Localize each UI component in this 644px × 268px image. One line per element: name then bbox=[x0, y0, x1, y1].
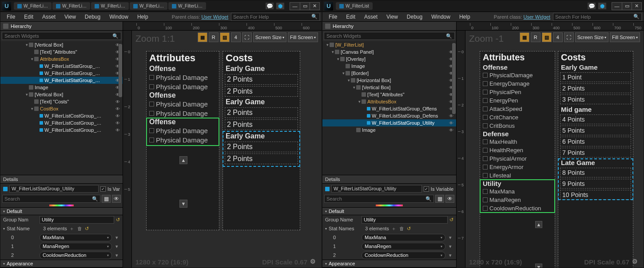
preview-cost-item[interactable]: 8 Points bbox=[560, 168, 631, 177]
category-appearance[interactable]: ▾Appearance bbox=[0, 260, 123, 268]
menu-window[interactable]: Window bbox=[105, 13, 133, 21]
tree-row[interactable]: Image👁 bbox=[322, 126, 456, 134]
gear-icon[interactable]: ⚙ bbox=[632, 258, 640, 266]
preview-item[interactable]: ManaRegen bbox=[480, 196, 555, 204]
color-slider[interactable] bbox=[376, 205, 402, 206]
preview-item[interactable]: MaxHealth bbox=[480, 138, 555, 146]
menu-file[interactable]: File bbox=[2, 13, 20, 21]
stat-enum-dropdown[interactable]: CooldownReduction▾ bbox=[40, 252, 112, 259]
grid-toggle-button[interactable]: ▦ bbox=[520, 32, 529, 42]
is-variable-checkbox[interactable]: ✓ bbox=[100, 186, 106, 192]
preview-item[interactable]: MaxMana bbox=[480, 187, 555, 196]
tree-row[interactable]: W_FilterListStatGroup_…👁 bbox=[0, 70, 123, 77]
chevron-down-icon[interactable]: ▾ bbox=[114, 252, 120, 258]
preview-item[interactable]: Lifesteal bbox=[480, 171, 555, 180]
locate-button[interactable]: ⛶ bbox=[242, 32, 252, 42]
chevron-down-icon[interactable]: ▾ bbox=[447, 244, 453, 249]
visibility-icon[interactable]: 👁 bbox=[115, 106, 121, 111]
preview-item[interactable]: HealthRegen bbox=[480, 146, 555, 154]
menu-edit[interactable]: Edit bbox=[20, 13, 38, 21]
visibility-icon[interactable]: 👁 bbox=[115, 128, 121, 133]
tree-row[interactable]: W_FilterListCostGroup_…👁 bbox=[0, 112, 123, 119]
reset-icon[interactable]: ↺ bbox=[85, 226, 89, 232]
menu-file[interactable]: File bbox=[324, 13, 342, 21]
tree-row[interactable]: W_FilterListStatGroup_Offens👁 bbox=[322, 105, 456, 112]
tree-row[interactable]: ▾AttributesBox👁 bbox=[322, 98, 456, 105]
preview-cost-item[interactable]: 7 Points bbox=[560, 148, 631, 158]
reset-icon[interactable]: ↺ bbox=[449, 217, 453, 223]
color-slider[interactable] bbox=[49, 205, 74, 206]
snap-value-button[interactable]: 4 bbox=[553, 32, 563, 42]
editor-tab[interactable]: W_FilterLi… bbox=[130, 2, 167, 10]
preview-item[interactable]: AttackSpeed bbox=[480, 105, 555, 113]
zebra-toggle-button[interactable]: ▨ bbox=[220, 32, 230, 42]
add-element-icon[interactable]: ＋ bbox=[69, 225, 75, 232]
widget-name-input[interactable]: W_FilterListStatGroup_Utility bbox=[331, 185, 422, 193]
scroll-up-button[interactable]: ▲ bbox=[179, 156, 187, 164]
hierarchy-tree[interactable]: ▾[Vertical Box]👁[Text] "Attributes"👁▾Att… bbox=[0, 41, 123, 175]
hierarchy-search-input[interactable]: Search Widgets🔍 bbox=[324, 32, 455, 40]
chevron-down-icon[interactable]: ▾ bbox=[114, 244, 120, 249]
source-control-icon[interactable]: ⬢ bbox=[276, 3, 284, 9]
category-default[interactable]: ▾Default bbox=[0, 207, 123, 215]
tree-row[interactable]: [Text] "Attributes"👁 bbox=[322, 91, 456, 98]
minimize-button[interactable]: — bbox=[290, 3, 300, 10]
menu-edit[interactable]: Edit bbox=[342, 13, 360, 21]
menu-view[interactable]: View bbox=[382, 13, 402, 21]
tree-row[interactable]: ▾[Vertical Box]👁 bbox=[0, 41, 123, 48]
chevron-down-icon[interactable]: ▾ bbox=[114, 235, 120, 240]
trash-icon[interactable]: 🗑 bbox=[399, 226, 405, 231]
selected-late-group[interactable]: Late Game 8 Points9 Points10 Points bbox=[558, 159, 633, 200]
scroll-down-button[interactable]: ▼ bbox=[179, 200, 187, 208]
visibility-icon[interactable]: 👁 bbox=[115, 114, 121, 118]
stat-enum-dropdown[interactable]: CooldownReduction▾ bbox=[362, 252, 445, 259]
reset-icon[interactable]: ↺ bbox=[407, 226, 411, 232]
hierarchy-search-input[interactable]: Search Widgets🔍 bbox=[2, 32, 121, 40]
tree-row[interactable]: W_FilterListCostGroup_…👁 bbox=[0, 126, 123, 134]
visibility-icon[interactable]: 👁 bbox=[448, 121, 454, 126]
hierarchy-panel-header[interactable]: Hierarchy bbox=[0, 22, 123, 31]
details-search-input[interactable]: Search🔍 bbox=[2, 195, 100, 203]
design-viewport[interactable]: 0100200300400500600700750 01234567 Zoom … bbox=[457, 22, 644, 268]
close-button[interactable]: ✕ bbox=[310, 3, 319, 10]
selected-cost-group[interactable]: Early Game 2 Points 2 Points bbox=[223, 131, 300, 166]
visibility-icon[interactable]: 👁 bbox=[448, 128, 454, 133]
group-name-input[interactable]: Utility bbox=[40, 216, 114, 224]
preview-cost-item[interactable]: 6 Points bbox=[560, 137, 631, 146]
chevron-down-icon[interactable]: ▾ bbox=[447, 235, 453, 240]
preview-item[interactable]: EnergyArmor bbox=[480, 163, 555, 171]
tree-row[interactable]: ▾AttributesBox👁 bbox=[0, 55, 123, 63]
maximize-button[interactable]: ▭ bbox=[300, 3, 310, 10]
fill-screen-dropdown[interactable]: Fill Screen▾ bbox=[288, 32, 318, 42]
tree-row[interactable]: W_FilterListCostGroup_…👁 bbox=[0, 119, 123, 126]
tree-row[interactable]: ▾[Vertical Box]👁 bbox=[0, 91, 123, 98]
scrollbar-thumb[interactable] bbox=[119, 44, 122, 97]
tree-row[interactable]: ▾[Border]👁 bbox=[322, 70, 456, 77]
preview-item[interactable]: PhysicalArmor bbox=[480, 154, 555, 163]
tree-row[interactable]: Image👁 bbox=[322, 63, 456, 70]
details-search-input[interactable]: Search🔍 bbox=[324, 195, 434, 203]
r-button[interactable]: R bbox=[209, 32, 219, 42]
stat-enum-dropdown[interactable]: MaxMana▾ bbox=[362, 234, 445, 241]
snap-value-button[interactable]: 4 bbox=[231, 32, 241, 42]
tree-row[interactable]: ▾[Horizontal Box]👁 bbox=[322, 77, 456, 84]
menu-view[interactable]: View bbox=[60, 13, 80, 21]
scrollbar-thumb[interactable] bbox=[452, 43, 456, 114]
hierarchy-panel-header[interactable]: Hierarchy bbox=[322, 22, 456, 31]
preview-item[interactable]: EnergyDamage bbox=[480, 79, 555, 88]
menu-debug[interactable]: Debug bbox=[402, 13, 427, 21]
preview-cost-item[interactable]: 10 Points bbox=[560, 190, 631, 200]
trash-icon[interactable]: 🗑 bbox=[77, 226, 83, 231]
stat-enum-dropdown[interactable]: ManaRegen▾ bbox=[362, 243, 445, 250]
visibility-icon[interactable]: 👁 bbox=[115, 121, 121, 126]
maximize-button[interactable]: ▭ bbox=[622, 3, 632, 10]
menu-asset[interactable]: Asset bbox=[38, 13, 60, 21]
preview-item[interactable]: PhysicalPen bbox=[480, 88, 555, 96]
menu-debug[interactable]: Debug bbox=[80, 13, 105, 21]
preview-item[interactable]: EnergyPen bbox=[480, 96, 555, 105]
editor-tab[interactable]: W_FilterLi… bbox=[14, 2, 52, 10]
details-panel-header[interactable]: Details bbox=[0, 175, 123, 184]
zebra-toggle-button[interactable]: ▨ bbox=[542, 32, 552, 42]
grid-view-button[interactable]: ▦ bbox=[435, 195, 444, 203]
eye-view-button[interactable]: 👁 bbox=[445, 195, 454, 203]
